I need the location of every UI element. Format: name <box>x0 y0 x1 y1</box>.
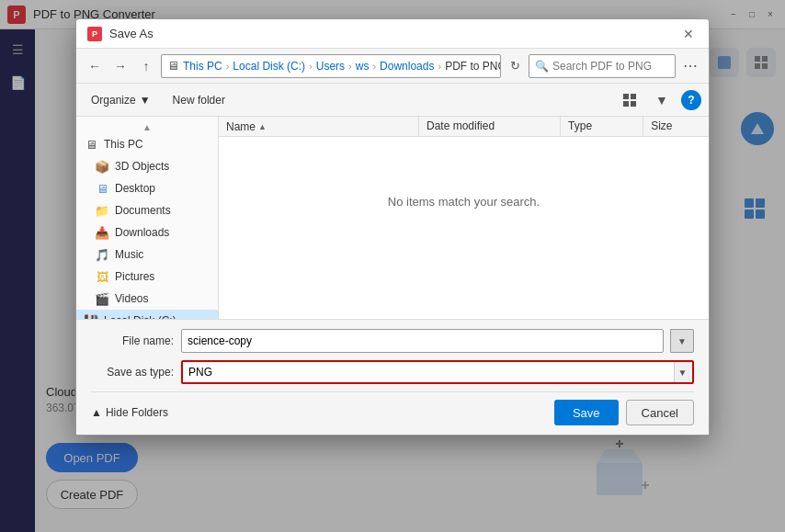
folder-tree-item-music[interactable]: 🎵 Music <box>76 243 218 266</box>
svg-rect-15 <box>631 94 636 99</box>
dialog-footer: File name: ▼ Save as type: PNG JPG PDF ▼… <box>76 319 709 435</box>
refresh-button[interactable]: ↻ <box>505 56 525 76</box>
dialog-titlebar: P Save As ✕ <box>76 19 709 49</box>
videos-icon: 🎬 <box>95 292 109 306</box>
column-size[interactable]: Size <box>643 117 709 136</box>
folder-tree-item-local-c[interactable]: 💾 Local Disk (C:) <box>76 310 218 319</box>
local-c-icon: 💾 <box>84 314 98 320</box>
footer-actions: ▲ Hide Folders Save Cancel <box>91 391 694 425</box>
search-icon: 🔍 <box>535 60 549 73</box>
folder-tree-item-desktop[interactable]: 🖥 Desktop <box>76 177 218 199</box>
breadcrumb-users[interactable]: Users <box>316 60 345 73</box>
sort-arrow-icon: ▲ <box>258 122 267 131</box>
up-button[interactable]: ↑ <box>135 55 157 77</box>
music-icon: 🎵 <box>95 248 109 262</box>
forward-button[interactable]: → <box>109 55 131 77</box>
file-name-label: File name: <box>91 334 174 347</box>
folder-tree-item-videos[interactable]: 🎬 Videos <box>76 288 218 310</box>
empty-message: No items match your search. <box>219 137 709 266</box>
search-input[interactable] <box>552 60 669 73</box>
file-list-panel: Name ▲ Date modified Type Size No items … <box>219 117 709 319</box>
save-as-dialog: P Save As ✕ ← → ↑ 🖥 This PC › Local Disk… <box>75 18 710 436</box>
save-as-type-label: Save as type: <box>91 366 174 379</box>
dialog-app-icon: P <box>87 27 102 41</box>
new-folder-button[interactable]: New folder <box>165 88 233 112</box>
breadcrumb-downloads[interactable]: Downloads <box>380 60 434 73</box>
search-box: 🔍 <box>529 54 676 78</box>
downloads-icon: 📥 <box>95 226 109 240</box>
organize-dropdown-icon: ▼ <box>140 94 151 107</box>
details-view-button[interactable]: ▼ <box>650 88 674 112</box>
breadcrumb-drive[interactable]: Local Disk (C:) <box>233 60 305 73</box>
options-menu-button[interactable]: ⋯ <box>679 55 701 77</box>
breadcrumb-current: PDF to PNG <box>445 60 501 73</box>
column-name[interactable]: Name ▲ <box>219 117 418 136</box>
view-toggle-button[interactable] <box>619 88 643 112</box>
file-name-input[interactable] <box>181 329 664 353</box>
desktop-icon: 🖥 <box>95 182 109 196</box>
folder-tree-item-3d-objects[interactable]: 📦 3D Objects <box>76 155 218 177</box>
folder-tree-item-downloads[interactable]: 📥 Downloads <box>76 221 218 243</box>
svg-rect-17 <box>631 101 636 107</box>
hide-folders-chevron-icon: ▲ <box>91 406 102 419</box>
scroll-up-arrow[interactable]: ▲ <box>76 120 218 133</box>
dialog-title: Save As <box>109 27 679 40</box>
column-date-modified[interactable]: Date modified <box>418 117 560 136</box>
pictures-icon: 🖼 <box>95 270 109 284</box>
back-button[interactable]: ← <box>84 55 106 77</box>
save-as-type-select[interactable]: PNG JPG PDF <box>181 360 694 384</box>
this-pc-icon: 🖥 <box>84 138 98 152</box>
breadcrumb-this-pc[interactable]: This PC <box>183 60 222 73</box>
folder-tree-item-documents[interactable]: 📁 Documents <box>76 199 218 221</box>
dialog-close-button[interactable]: ✕ <box>679 25 698 43</box>
3d-objects-icon: 📦 <box>95 160 109 174</box>
save-as-type-wrapper: PNG JPG PDF ▼ <box>181 360 694 384</box>
dialog-secondary-toolbar: Organize ▼ New folder ▼ ? <box>76 84 709 117</box>
hide-folders-button[interactable]: ▲ Hide Folders <box>91 406 168 419</box>
file-name-row: File name: ▼ <box>91 329 694 353</box>
organize-button[interactable]: Organize ▼ <box>84 88 158 112</box>
breadcrumb-ws[interactable]: ws <box>356 60 370 73</box>
dialog-address-bar: ← → ↑ 🖥 This PC › Local Disk (C:) › User… <box>76 49 709 84</box>
column-type[interactable]: Type <box>560 117 643 136</box>
folder-tree-panel: ▲ 🖥 This PC 📦 3D Objects 🖥 Desktop 📁 Doc… <box>76 117 219 319</box>
file-list-header: Name ▲ Date modified Type Size <box>219 117 709 137</box>
documents-icon: 📁 <box>95 204 109 218</box>
svg-rect-16 <box>623 101 629 107</box>
folder-tree-item-pictures[interactable]: 🖼 Pictures <box>76 266 218 288</box>
svg-rect-14 <box>623 94 629 99</box>
help-button[interactable]: ? <box>681 90 701 110</box>
save-button[interactable]: Save <box>554 400 619 425</box>
save-as-type-row: Save as type: PNG JPG PDF ▼ <box>91 360 694 384</box>
cancel-button[interactable]: Cancel <box>626 400 694 425</box>
footer-buttons: Save Cancel <box>554 400 694 425</box>
dialog-body: ▲ 🖥 This PC 📦 3D Objects 🖥 Desktop 📁 Doc… <box>76 117 709 319</box>
breadcrumb-bar: 🖥 This PC › Local Disk (C:) › Users › ws… <box>161 54 501 78</box>
folder-tree-item-this-pc[interactable]: 🖥 This PC <box>76 133 218 155</box>
file-name-dropdown-button[interactable]: ▼ <box>670 329 694 353</box>
breadcrumb-pc-icon: 🖥 <box>167 59 179 73</box>
